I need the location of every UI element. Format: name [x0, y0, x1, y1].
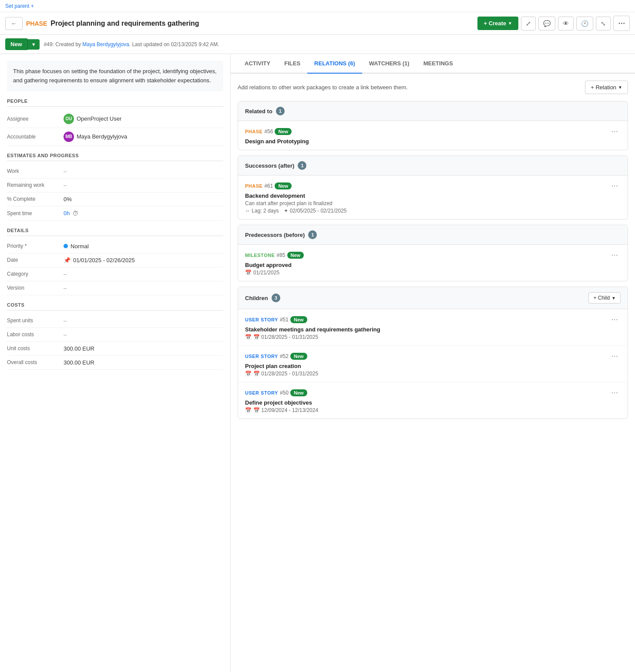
chat-icon: 💬 — [543, 20, 551, 27]
predecessors-date: 01/21/2025 — [253, 270, 279, 276]
create-button[interactable]: + Create ▼ — [477, 17, 518, 30]
version-label: Version — [7, 285, 64, 291]
relations-header: Add relations to other work packages to … — [238, 81, 628, 94]
add-child-button[interactable]: + Child ▼ — [588, 292, 621, 304]
costs-section: COSTS Spent units – Labor costs – Unit c… — [7, 302, 223, 370]
meta-info: #49: Created by Maya Berdygylyjova. Last… — [44, 41, 219, 47]
remaining-work-value: – — [64, 182, 67, 189]
calendar-icon-pred: 📅 — [245, 270, 252, 276]
tab-meetings-label: MEETINGS — [423, 60, 453, 67]
more-options-button[interactable]: ⋯ — [613, 16, 630, 31]
related-to-item-id: #56 — [264, 128, 273, 135]
chat-button[interactable]: 💬 — [538, 17, 555, 30]
related-to-more-button[interactable]: ⋯ — [608, 126, 621, 136]
predecessors-header: Predecessors (before) 1 — [238, 225, 628, 245]
predecessors-item-header: MILESTONE #85 New ⋯ — [245, 250, 621, 260]
author-link[interactable]: Maya Berdygylyjova — [82, 41, 129, 47]
back-button[interactable]: ← — [5, 17, 23, 30]
related-to-header: Related to 1 — [238, 101, 628, 121]
successors-more-button[interactable]: ⋯ — [608, 181, 621, 191]
details-section-title: DETAILS — [7, 228, 223, 236]
successors-item-0: PHASE #61 New ⋯ Backend development Can … — [238, 176, 628, 219]
more-icon: ⋯ — [618, 20, 625, 27]
children-more-button-1[interactable]: ⋯ — [608, 351, 621, 361]
add-relation-button[interactable]: + Relation ▼ — [585, 81, 628, 94]
children-more-button-0[interactable]: ⋯ — [608, 314, 621, 324]
children-item-title-1: Project plan creation — [245, 363, 621, 369]
predecessors-item-0: MILESTONE #85 New ⋯ Budget approved 📅 01… — [238, 245, 628, 281]
unit-costs-label: Unit costs — [7, 345, 64, 351]
share-button[interactable]: ⤢ — [521, 17, 536, 30]
children-header: Children 3 + Child ▼ — [238, 287, 628, 309]
version-value: – — [64, 285, 67, 291]
add-child-label: + Child — [593, 295, 610, 301]
predecessors-label: Predecessors (before) — [245, 232, 305, 238]
predecessors-more-button[interactable]: ⋯ — [608, 250, 621, 260]
children-type-label-2: USER STORY — [245, 390, 278, 395]
eye-icon: 👁 — [563, 20, 569, 27]
new-label: New — [10, 41, 22, 47]
costs-section-title: COSTS — [7, 302, 223, 311]
children-more-button-2[interactable]: ⋯ — [608, 388, 621, 398]
details-section: DETAILS Priority * Normal Date 📌 01/01/2… — [7, 228, 223, 295]
successors-status-badge: New — [275, 182, 292, 189]
predecessors-item-id: #85 — [276, 252, 285, 258]
meta-suffix: . Last updated on 02/13/2025 9:42 AM. — [129, 41, 219, 47]
tab-watchers[interactable]: WATCHERS (1) — [362, 54, 417, 74]
tab-files[interactable]: FILES — [277, 54, 307, 74]
relation-group-related-to: Related to 1 PHASE #56 New ⋯ — [238, 101, 628, 150]
category-label: Category — [7, 271, 64, 277]
new-button[interactable]: New — [5, 38, 27, 50]
add-time-icon[interactable]: ⏱ — [72, 210, 78, 217]
avatar-mb: MB — [64, 132, 74, 142]
header-actions: + Create ▼ ⤢ 💬 👁 🕐 ⤡ ⋯ — [477, 16, 630, 31]
related-to-item-0: PHASE #56 New ⋯ Design and Prototyping — [238, 121, 628, 150]
labor-costs-value: – — [64, 331, 67, 338]
version-row: Version – — [7, 281, 223, 295]
category-value: – — [64, 271, 67, 277]
successors-item-meta-info: ↔ Lag: 2 days ✦ 02/05/2025 - 02/21/2025 — [245, 208, 621, 214]
children-item-2-header: USER STORY #50 New ⋯ — [245, 388, 621, 398]
watch-button[interactable]: 👁 — [558, 17, 574, 30]
children-status-badge-0: New — [290, 316, 307, 323]
priority-dot — [64, 244, 68, 248]
history-button[interactable]: 🕐 — [576, 17, 593, 30]
children-type-label-1: USER STORY — [245, 354, 278, 359]
priority-row: Priority * Normal — [7, 240, 223, 253]
category-row: Category – — [7, 267, 223, 281]
children-item-0-header: USER STORY #51 New ⋯ — [245, 314, 621, 324]
spent-time-link[interactable]: 0h — [64, 210, 70, 216]
overall-costs-label: Overall costs — [7, 359, 64, 365]
people-section: PEOPLE Assignee OU OpenProject User Acco… — [7, 98, 223, 146]
expand-button[interactable]: ⤡ — [596, 17, 611, 30]
children-item-0-meta: USER STORY #51 New — [245, 316, 307, 323]
tab-activity[interactable]: ACTIVITY — [238, 54, 277, 74]
related-to-item-header: PHASE #56 New ⋯ — [245, 126, 621, 136]
related-to-status-badge: New — [275, 128, 292, 135]
set-parent-link[interactable]: Set parent + — [5, 3, 34, 9]
new-dropdown-arrow-icon: ▼ — [31, 42, 36, 47]
related-to-type-label: PHASE — [245, 129, 262, 134]
children-item-id-2: #50 — [280, 390, 289, 396]
successors-item-id: #61 — [264, 183, 273, 189]
main-layout: This phase focuses on setting the founda… — [0, 54, 635, 672]
overall-costs-value: 300.00 EUR — [64, 359, 94, 366]
assignee-name: OpenProject User — [77, 115, 121, 122]
children-label: Children — [245, 295, 268, 301]
tab-meetings[interactable]: MEETINGS — [417, 54, 460, 74]
tab-relations[interactable]: RELATIONS (6) — [307, 54, 362, 74]
estimates-section-title: ESTIMATES AND PROGRESS — [7, 153, 223, 161]
predecessors-item-meta: MILESTONE #85 New — [245, 252, 304, 259]
meta-prefix: #49: Created by — [44, 41, 83, 47]
successors-item-subtitle: Can start after project plan is finalize… — [245, 200, 621, 206]
relations-description: Add relations to other work packages to … — [238, 84, 578, 91]
predecessors-type-label: MILESTONE — [245, 253, 275, 258]
meta-bar: New ▼ #49: Created by Maya Berdygylyjova… — [0, 35, 635, 54]
new-dropdown-button[interactable]: ▼ — [27, 39, 40, 50]
children-item-1-header: USER STORY #52 New ⋯ — [245, 351, 621, 361]
calendar-icon-c1: 📅 — [245, 371, 252, 377]
right-panel: ACTIVITY FILES RELATIONS (6) WATCHERS (1… — [231, 54, 635, 672]
relation-group-successors: Successors (after) 1 PHASE #61 New ⋯ — [238, 155, 628, 219]
children-item-1: USER STORY #52 New ⋯ Project plan creati… — [238, 346, 628, 382]
top-bar: Set parent + — [0, 0, 635, 12]
